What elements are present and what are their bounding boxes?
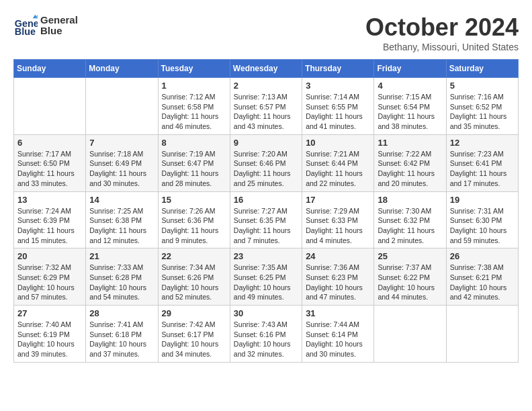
day-info: Sunrise: 7:20 AMSunset: 6:46 PMDaylight:… — [234, 149, 298, 189]
weekday-header: Tuesday — [158, 60, 230, 78]
logo-icon: General Blue — [13, 13, 38, 38]
day-number: 17 — [306, 195, 370, 205]
day-number: 8 — [162, 138, 226, 148]
day-number: 24 — [306, 251, 370, 261]
day-info: Sunrise: 7:18 AMSunset: 6:49 PMDaylight:… — [89, 149, 154, 189]
weekday-header: Friday — [374, 60, 446, 78]
calendar-cell: 1Sunrise: 7:12 AMSunset: 6:58 PMDaylight… — [158, 78, 230, 135]
calendar-cell: 24Sunrise: 7:36 AMSunset: 6:23 PMDayligh… — [302, 248, 374, 306]
logo: General Blue General Blue — [13, 13, 78, 38]
page-header: General Blue General Blue October 2024 B… — [13, 13, 519, 52]
calendar-cell: 16Sunrise: 7:27 AMSunset: 6:35 PMDayligh… — [230, 191, 302, 248]
calendar-cell: 30Sunrise: 7:43 AMSunset: 6:16 PMDayligh… — [230, 306, 302, 363]
weekday-header: Sunday — [14, 60, 86, 78]
day-info: Sunrise: 7:23 AMSunset: 6:41 PMDaylight:… — [450, 149, 515, 189]
calendar-cell: 10Sunrise: 7:21 AMSunset: 6:44 PMDayligh… — [302, 134, 374, 191]
day-info: Sunrise: 7:31 AMSunset: 6:30 PMDaylight:… — [450, 206, 515, 246]
logo-line1: General — [40, 15, 78, 26]
calendar-cell: 27Sunrise: 7:40 AMSunset: 6:19 PMDayligh… — [14, 306, 86, 363]
day-number: 6 — [17, 138, 82, 148]
calendar-cell — [374, 306, 446, 363]
day-info: Sunrise: 7:29 AMSunset: 6:33 PMDaylight:… — [306, 206, 370, 246]
day-number: 2 — [234, 81, 298, 91]
day-number: 11 — [378, 138, 442, 148]
day-info: Sunrise: 7:15 AMSunset: 6:54 PMDaylight:… — [378, 92, 442, 132]
calendar-cell: 13Sunrise: 7:24 AMSunset: 6:39 PMDayligh… — [14, 191, 86, 248]
day-info: Sunrise: 7:33 AMSunset: 6:28 PMDaylight:… — [89, 263, 154, 302]
day-info: Sunrise: 7:13 AMSunset: 6:57 PMDaylight:… — [234, 92, 298, 132]
day-number: 10 — [306, 138, 370, 148]
day-info: Sunrise: 7:25 AMSunset: 6:38 PMDaylight:… — [89, 206, 154, 246]
day-info: Sunrise: 7:44 AMSunset: 6:14 PMDaylight:… — [306, 320, 370, 359]
day-info: Sunrise: 7:22 AMSunset: 6:42 PMDaylight:… — [378, 149, 442, 189]
calendar-cell: 17Sunrise: 7:29 AMSunset: 6:33 PMDayligh… — [302, 191, 374, 248]
calendar-cell: 11Sunrise: 7:22 AMSunset: 6:42 PMDayligh… — [374, 134, 446, 191]
calendar-cell: 5Sunrise: 7:16 AMSunset: 6:52 PMDaylight… — [446, 78, 518, 135]
calendar-cell: 3Sunrise: 7:14 AMSunset: 6:55 PMDaylight… — [302, 78, 374, 135]
calendar-cell: 9Sunrise: 7:20 AMSunset: 6:46 PMDaylight… — [230, 134, 302, 191]
day-number: 5 — [450, 81, 515, 91]
day-info: Sunrise: 7:41 AMSunset: 6:18 PMDaylight:… — [89, 320, 154, 359]
calendar-cell: 28Sunrise: 7:41 AMSunset: 6:18 PMDayligh… — [86, 306, 158, 363]
day-number: 12 — [450, 138, 515, 148]
day-number: 20 — [17, 251, 82, 261]
calendar-week-row: 1Sunrise: 7:12 AMSunset: 6:58 PMDaylight… — [14, 78, 519, 135]
day-number: 28 — [89, 308, 154, 318]
weekday-header: Monday — [86, 60, 158, 78]
day-number: 29 — [162, 308, 226, 318]
calendar-cell: 21Sunrise: 7:33 AMSunset: 6:28 PMDayligh… — [86, 248, 158, 306]
month-title: October 2024 — [365, 13, 519, 42]
day-number: 27 — [17, 308, 82, 318]
day-info: Sunrise: 7:37 AMSunset: 6:22 PMDaylight:… — [378, 263, 442, 302]
calendar-cell: 19Sunrise: 7:31 AMSunset: 6:30 PMDayligh… — [446, 191, 518, 248]
day-info: Sunrise: 7:34 AMSunset: 6:26 PMDaylight:… — [162, 263, 226, 302]
calendar-cell: 29Sunrise: 7:42 AMSunset: 6:17 PMDayligh… — [158, 306, 230, 363]
calendar-week-row: 20Sunrise: 7:32 AMSunset: 6:29 PMDayligh… — [14, 248, 519, 306]
day-info: Sunrise: 7:43 AMSunset: 6:16 PMDaylight:… — [234, 320, 298, 359]
day-number: 15 — [162, 195, 226, 205]
location: Bethany, Missouri, United States — [365, 42, 519, 52]
calendar-cell: 20Sunrise: 7:32 AMSunset: 6:29 PMDayligh… — [14, 248, 86, 306]
weekday-header: Wednesday — [230, 60, 302, 78]
day-info: Sunrise: 7:35 AMSunset: 6:25 PMDaylight:… — [234, 263, 298, 302]
day-info: Sunrise: 7:12 AMSunset: 6:58 PMDaylight:… — [162, 92, 226, 132]
calendar-cell: 14Sunrise: 7:25 AMSunset: 6:38 PMDayligh… — [86, 191, 158, 248]
calendar-cell: 22Sunrise: 7:34 AMSunset: 6:26 PMDayligh… — [158, 248, 230, 306]
calendar-cell: 2Sunrise: 7:13 AMSunset: 6:57 PMDaylight… — [230, 78, 302, 135]
day-number: 19 — [450, 195, 515, 205]
day-number: 22 — [162, 251, 226, 261]
calendar-table: SundayMondayTuesdayWednesdayThursdayFrid… — [13, 59, 519, 363]
day-number: 31 — [306, 308, 370, 318]
day-number: 13 — [17, 195, 82, 205]
day-info: Sunrise: 7:19 AMSunset: 6:47 PMDaylight:… — [162, 149, 226, 189]
title-block: October 2024 Bethany, Missouri, United S… — [365, 13, 519, 52]
day-number: 18 — [378, 195, 442, 205]
day-number: 9 — [234, 138, 298, 148]
calendar-cell: 31Sunrise: 7:44 AMSunset: 6:14 PMDayligh… — [302, 306, 374, 363]
logo-text: General Blue — [40, 15, 78, 37]
calendar-cell — [86, 78, 158, 135]
calendar-week-row: 13Sunrise: 7:24 AMSunset: 6:39 PMDayligh… — [14, 191, 519, 248]
day-number: 14 — [89, 195, 154, 205]
day-info: Sunrise: 7:24 AMSunset: 6:39 PMDaylight:… — [17, 206, 82, 246]
day-number: 3 — [306, 81, 370, 91]
weekday-header: Thursday — [302, 60, 374, 78]
day-number: 25 — [378, 251, 442, 261]
day-number: 23 — [234, 251, 298, 261]
day-number: 16 — [234, 195, 298, 205]
day-number: 4 — [378, 81, 442, 91]
day-info: Sunrise: 7:14 AMSunset: 6:55 PMDaylight:… — [306, 92, 370, 132]
day-info: Sunrise: 7:38 AMSunset: 6:21 PMDaylight:… — [450, 263, 515, 302]
calendar-cell: 26Sunrise: 7:38 AMSunset: 6:21 PMDayligh… — [446, 248, 518, 306]
calendar-cell: 18Sunrise: 7:30 AMSunset: 6:32 PMDayligh… — [374, 191, 446, 248]
day-number: 7 — [89, 138, 154, 148]
weekday-header-row: SundayMondayTuesdayWednesdayThursdayFrid… — [14, 60, 519, 78]
weekday-header: Saturday — [446, 60, 518, 78]
day-number: 30 — [234, 308, 298, 318]
day-info: Sunrise: 7:16 AMSunset: 6:52 PMDaylight:… — [450, 92, 515, 132]
calendar-cell: 7Sunrise: 7:18 AMSunset: 6:49 PMDaylight… — [86, 134, 158, 191]
calendar-cell: 15Sunrise: 7:26 AMSunset: 6:36 PMDayligh… — [158, 191, 230, 248]
calendar-cell: 23Sunrise: 7:35 AMSunset: 6:25 PMDayligh… — [230, 248, 302, 306]
day-info: Sunrise: 7:42 AMSunset: 6:17 PMDaylight:… — [162, 320, 226, 359]
calendar-cell: 12Sunrise: 7:23 AMSunset: 6:41 PMDayligh… — [446, 134, 518, 191]
